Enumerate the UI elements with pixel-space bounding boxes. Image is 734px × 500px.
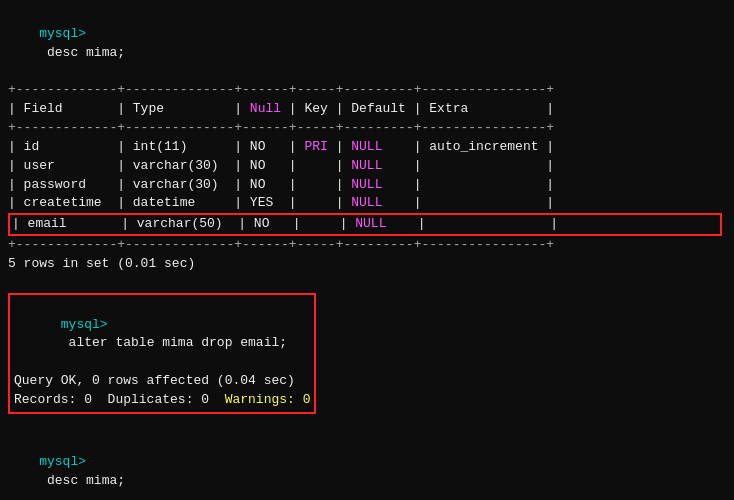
t1-border-bot: +-------------+--------------+------+---… [8, 236, 726, 255]
terminal: mysql> desc mima; +-------------+-------… [8, 6, 726, 494]
prompt2: mysql> [39, 454, 86, 469]
alter-text: alter table mima drop email; [61, 335, 287, 350]
prompt1: mysql> [39, 26, 86, 41]
spacer1 [8, 274, 726, 293]
cmd1-text: desc mima; [39, 45, 125, 60]
t1-row-id: | id | int(11) | NO | PRI | NULL | auto_… [8, 138, 726, 157]
t1-row-createtime: | createtime | datetime | YES | | NULL |… [8, 194, 726, 213]
warnings-text: Warnings: 0 [225, 392, 311, 407]
t1-border-top: +-------------+--------------+------+---… [8, 81, 726, 100]
command-desc1: mysql> desc mima; [8, 6, 726, 81]
t1-row-email-wrapper: | email | varchar(50) | NO | | NULL | | [8, 213, 726, 236]
t1-header: | Field | Type | Null | Key | Default | … [8, 100, 726, 119]
t1-border-mid: +-------------+--------------+------+---… [8, 119, 726, 138]
alter-result1: Query OK, 0 rows affected (0.04 sec) [14, 372, 310, 391]
alter-block: mysql> alter table mima drop email; Quer… [8, 293, 316, 414]
spacer2 [8, 416, 726, 435]
command-desc2: mysql> desc mima; [8, 435, 726, 500]
t1-row-email: | email | varchar(50) | NO | | NULL | | [8, 213, 722, 236]
alter-result2: Records: 0 Duplicates: 0 Warnings: 0 [14, 391, 310, 410]
prompt-alter: mysql> [61, 317, 108, 332]
t1-rowcount: 5 rows in set (0.01 sec) [8, 255, 726, 274]
alter-cmd: mysql> alter table mima drop email; [14, 297, 310, 372]
cmd2-text: desc mima; [39, 473, 125, 488]
t1-row-password: | password | varchar(30) | NO | | NULL |… [8, 176, 726, 195]
table1: +-------------+--------------+------+---… [8, 81, 726, 255]
t1-row-user: | user | varchar(30) | NO | | NULL | | [8, 157, 726, 176]
